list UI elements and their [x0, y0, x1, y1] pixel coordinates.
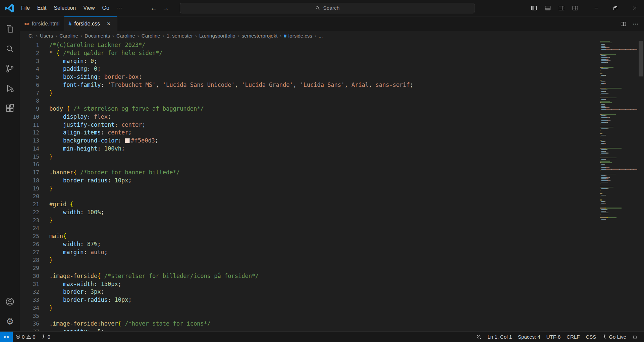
code-line[interactable]: 7} [20, 89, 597, 97]
code-line[interactable]: 17.banner{ /*border for banner billede*/ [20, 169, 597, 177]
editor[interactable]: 1/*(c)Caroline Lackner 2023*/2* { /*det … [20, 40, 644, 331]
toggle-panel-icon[interactable] [544, 5, 551, 11]
remote-indicator[interactable]: >< [0, 332, 13, 342]
ports-status[interactable]: 0 [38, 332, 53, 342]
line-number: 20 [20, 192, 39, 201]
code-line[interactable]: 3 margin: 0; [20, 57, 597, 65]
scrollbar-thumb[interactable] [639, 41, 643, 76]
breadcrumb-item[interactable]: Documents [85, 33, 110, 39]
tab-forside-css[interactable]: # forside.css × [64, 16, 117, 31]
code-line[interactable]: 23} [20, 217, 597, 225]
code-line[interactable]: 24 [20, 224, 597, 232]
encoding-status[interactable]: UTF-8 [543, 332, 564, 342]
run-and-debug-icon[interactable] [0, 78, 20, 98]
code-line[interactable]: 4 padding: 0; [20, 65, 597, 73]
code-line[interactable]: 32 border: 3px; [20, 288, 597, 296]
restore-button[interactable] [606, 0, 625, 16]
status-right: Ln 1, Col 1 Spaces: 4 UTF-8 CRLF CSS Go … [473, 332, 644, 342]
back-arrow-icon[interactable]: ← [150, 4, 157, 12]
code-line[interactable]: 30.image-forside{ /*størrelser for bille… [20, 272, 597, 280]
menu-file[interactable]: File [17, 3, 34, 13]
menu-selection[interactable]: Selection [50, 3, 79, 13]
code-line[interactable]: 20 [20, 192, 597, 201]
history-navigation: ← → [150, 4, 169, 12]
notifications-bell-icon[interactable] [629, 332, 641, 342]
command-center-search[interactable]: Search [180, 3, 475, 13]
code-line[interactable]: 6 font-family: 'Trebuchet MS', 'Lucida S… [20, 81, 597, 89]
breadcrumb-item[interactable]: ... [319, 33, 323, 39]
minimize-button[interactable] [587, 0, 606, 16]
close-button[interactable] [625, 0, 644, 16]
code-line[interactable]: 5 box-sizing: border-box; [20, 73, 597, 81]
code-line[interactable]: 14 min-height: 100vh; [20, 145, 597, 153]
forward-arrow-icon[interactable]: → [162, 4, 169, 12]
breadcrumb-separator: › [55, 33, 57, 39]
vertical-scrollbar[interactable] [638, 40, 644, 331]
split-editor-icon[interactable] [620, 21, 627, 27]
code-line[interactable]: 22 width: 100%; [20, 209, 597, 217]
code-line[interactable]: 37 opacity: .5; [20, 328, 597, 331]
code-line[interactable]: 15} [20, 153, 597, 161]
menu-view[interactable]: View [79, 3, 98, 13]
line-number: 14 [20, 145, 39, 153]
code-line[interactable]: 25main{ [20, 232, 597, 240]
more-actions-icon[interactable]: ⋯ [633, 20, 639, 27]
code-line[interactable]: 27 margin: auto; [20, 248, 597, 256]
zoom-indicator[interactable] [473, 332, 485, 342]
breadcrumb-item[interactable]: Caroline [142, 33, 160, 39]
code-line[interactable]: 35 [20, 312, 597, 320]
code-line[interactable]: 28} [20, 256, 597, 264]
breadcrumb-item[interactable]: Læringsportfolio [199, 33, 235, 39]
explorer-icon[interactable] [0, 19, 20, 39]
line-number: 35 [20, 312, 39, 320]
code-line[interactable]: 11 justify-content: center; [20, 121, 597, 129]
customize-layout-icon[interactable] [572, 5, 579, 11]
code-line[interactable]: 33 border-radius: 10px; [20, 296, 597, 304]
code-line[interactable]: 2* { /*det gælder for hele siden*/ [20, 49, 597, 57]
breadcrumb-item[interactable]: Caroline [116, 33, 135, 39]
breadcrumb-item[interactable]: semesterprojekt [242, 33, 278, 39]
toggle-primary-sidebar-icon[interactable] [531, 5, 537, 11]
code-line[interactable]: 9body { /* størrelsen og farve af baggru… [20, 105, 597, 113]
code-line[interactable]: 10 display: flex; [20, 113, 597, 121]
layout-controls [531, 5, 579, 11]
problems-status[interactable]: 0 0 [13, 332, 38, 342]
more-menus-icon[interactable]: ··· [113, 5, 126, 11]
source-control-icon[interactable] [0, 59, 20, 78]
settings-gear-icon[interactable]: ⚙ [0, 311, 20, 331]
vscode-window: File Edit Selection View Go ··· ← → Sear… [0, 0, 644, 342]
menu-go[interactable]: Go [99, 3, 113, 13]
code-line[interactable]: 19} [20, 185, 597, 193]
code-line[interactable]: 18 border-radius: 10px; [20, 177, 597, 185]
minimap[interactable] [600, 41, 638, 331]
extensions-icon[interactable] [0, 98, 20, 118]
search-icon [315, 5, 320, 11]
cursor-position[interactable]: Ln 1, Col 1 [485, 332, 515, 342]
code-line[interactable]: 34} [20, 304, 597, 312]
code-line[interactable]: 31 max-width: 150px; [20, 280, 597, 288]
search-sidebar-icon[interactable] [0, 39, 20, 59]
code-line[interactable]: 13 background-color: #f5e0d3; [20, 137, 597, 145]
eol-status[interactable]: CRLF [564, 332, 583, 342]
indentation-status[interactable]: Spaces: 4 [515, 332, 543, 342]
tab-forside-html[interactable]: <> forside.html [20, 16, 64, 31]
code-line[interactable]: 29 [20, 264, 597, 272]
code-line[interactable]: 8 [20, 97, 597, 105]
tab-close-icon[interactable]: × [105, 20, 113, 28]
breadcrumb-item[interactable]: Caroline [59, 33, 78, 39]
code-line[interactable]: 21#grid { [20, 201, 597, 209]
breadcrumb-item[interactable]: #forside.css [284, 33, 312, 39]
breadcrumb-item[interactable]: Users [40, 33, 53, 39]
breadcrumb-item[interactable]: C: [29, 33, 34, 39]
breadcrumb-item[interactable]: 1. semester [167, 33, 193, 39]
code-line[interactable]: 26 width: 87%; [20, 240, 597, 248]
code-line[interactable]: 16 [20, 161, 597, 169]
accounts-icon[interactable] [0, 292, 20, 311]
code-line[interactable]: 1/*(c)Caroline Lackner 2023*/ [20, 41, 597, 49]
code-line[interactable]: 12 align-items: center; [20, 129, 597, 137]
language-mode[interactable]: CSS [583, 332, 599, 342]
toggle-secondary-sidebar-icon[interactable] [558, 5, 565, 11]
go-live-button[interactable]: Go Live [599, 332, 629, 342]
code-line[interactable]: 36.image-forside:hover{ /*hover state fo… [20, 320, 597, 328]
menu-edit[interactable]: Edit [34, 3, 50, 13]
